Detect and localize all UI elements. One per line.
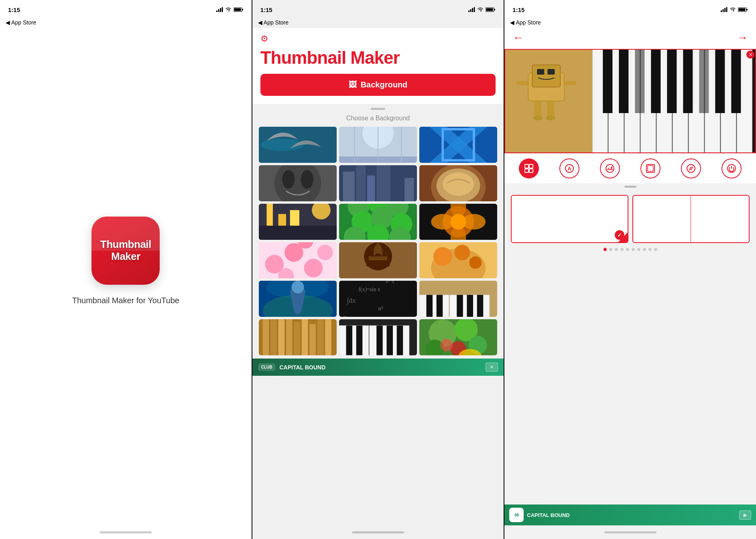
photo-icon: [605, 164, 615, 173]
svg-rect-1: [218, 9, 219, 12]
svg-rect-110: [286, 319, 293, 355]
home-indicator-1: [0, 525, 252, 539]
bg-option-diver[interactable]: [259, 281, 337, 317]
status-icons-3: [721, 7, 748, 12]
svg-rect-13: [494, 9, 496, 10]
bg-option-food[interactable]: [419, 242, 497, 278]
bg-option-math[interactable]: Z₂ f(x)=sin x ∫dx π² ∑ₙ e^x ∞: [339, 281, 417, 317]
bg-option-sharks[interactable]: [259, 127, 337, 163]
svg-rect-101: [427, 295, 433, 317]
bg-option-flower[interactable]: [419, 204, 497, 240]
svg-rect-2: [220, 8, 221, 12]
svg-rect-140: [726, 7, 728, 12]
battery-icon: [234, 7, 244, 12]
scroll-indicator: [624, 186, 636, 188]
bg-option-salad[interactable]: [419, 319, 497, 355]
status-bar-2: 1:15: [252, 0, 504, 18]
ad-banner-2: CLUB CAPITAL BOUND ✕: [252, 359, 504, 376]
tool-text-button[interactable]: A: [559, 158, 579, 178]
svg-rect-126: [376, 326, 383, 355]
bg-option-city[interactable]: [339, 165, 417, 201]
sheet-handle: [371, 108, 385, 110]
svg-point-68: [304, 259, 323, 278]
app-icon: Thumbnail Maker: [91, 217, 160, 285]
editor-toolbar: A: [504, 153, 756, 183]
dot-3: [615, 248, 618, 251]
svg-rect-12: [486, 8, 493, 11]
svg-rect-36: [404, 178, 414, 202]
svg-rect-43: [259, 226, 337, 240]
background-grid: Z₂ f(x)=sin x ∫dx π² ∑ₙ e^x ∞: [259, 127, 498, 355]
bg-option-piano2[interactable]: [419, 281, 497, 317]
svg-rect-107: [262, 319, 269, 355]
ad-cta-button[interactable]: ▶: [739, 511, 751, 520]
nav-forward-arrow[interactable]: →: [737, 31, 748, 44]
svg-rect-175: [525, 164, 528, 168]
svg-rect-7: [468, 10, 469, 12]
bg-option-book[interactable]: [259, 319, 337, 355]
svg-text:∫dx: ∫dx: [346, 296, 356, 305]
bg-option-coffee[interactable]: [419, 165, 497, 201]
settings-gear-icon[interactable]: ⚙: [260, 34, 496, 44]
background-button[interactable]: 🖼 Background: [260, 74, 496, 96]
tool-pencil-button[interactable]: [681, 158, 701, 178]
layout-inner-1: [512, 196, 627, 242]
tool-layout-button[interactable]: [519, 158, 539, 178]
ad-close-2[interactable]: ✕: [486, 363, 498, 372]
frame-icon: [646, 164, 655, 173]
ad-logo-3: 49: [509, 508, 524, 522]
bg-option-cherry[interactable]: [259, 242, 337, 278]
canvas-red-border: [504, 49, 756, 153]
svg-point-78: [433, 247, 452, 266]
status-icons-1: [216, 7, 244, 12]
svg-rect-128: [397, 326, 403, 355]
svg-rect-6: [242, 9, 243, 10]
text-icon: A: [565, 164, 574, 173]
background-sheet: Choose a Background: [252, 104, 504, 525]
bg-option-bluex[interactable]: [419, 127, 497, 163]
bg-option-piano3[interactable]: [339, 319, 417, 355]
bg-option-clover[interactable]: [339, 204, 417, 240]
appstore-bar-3: ◀ App Store: [504, 18, 756, 28]
image-icon: 🖼: [349, 80, 357, 89]
layout-half-right: [691, 196, 749, 242]
svg-point-28: [282, 170, 295, 189]
svg-rect-104: [467, 295, 474, 317]
svg-rect-10: [474, 7, 475, 12]
layout-option-2[interactable]: [632, 195, 750, 243]
svg-rect-176: [529, 164, 533, 168]
dot-9: [648, 248, 652, 251]
svg-rect-112: [301, 319, 308, 355]
panel-main: 1:15 ◀ App Store ⚙ Thumbnai: [252, 0, 504, 539]
ad-club-logo: CLUB: [258, 363, 276, 371]
tool-settings-button[interactable]: [721, 158, 742, 178]
svg-line-186: [690, 168, 692, 169]
battery-icon-3: [738, 7, 748, 12]
tool-photo-button[interactable]: [600, 158, 620, 178]
svg-rect-142: [739, 8, 746, 11]
dot-8: [643, 248, 646, 251]
svg-rect-137: [721, 10, 722, 12]
svg-rect-33: [367, 176, 375, 201]
signal-icon-2: [468, 7, 475, 12]
back-appstore-1[interactable]: ◀ App Store: [6, 19, 36, 26]
app-icon-text: Thumbnail Maker: [100, 239, 151, 263]
svg-text:A: A: [567, 166, 571, 172]
status-time-2: 1:15: [260, 6, 272, 13]
bg-option-chess[interactable]: [339, 242, 417, 278]
tool-frame-button[interactable]: [640, 158, 660, 178]
layout-option-1[interactable]: [511, 195, 628, 243]
svg-rect-115: [325, 320, 331, 356]
bg-option-cat[interactable]: [259, 165, 337, 201]
bg-option-london[interactable]: [259, 204, 337, 240]
nav-back-arrow[interactable]: ←: [512, 31, 524, 44]
back-appstore-3[interactable]: ◀ App Store: [510, 19, 541, 26]
svg-rect-3: [222, 7, 223, 12]
svg-rect-178: [529, 169, 533, 172]
back-appstore-2[interactable]: ◀ App Store: [258, 19, 289, 26]
power-icon: [727, 164, 736, 173]
canvas-close-button[interactable]: ✕: [746, 51, 754, 59]
bg-option-winter[interactable]: [339, 127, 417, 163]
ad-logo-text: 49: [514, 513, 519, 517]
svg-rect-177: [525, 169, 528, 172]
